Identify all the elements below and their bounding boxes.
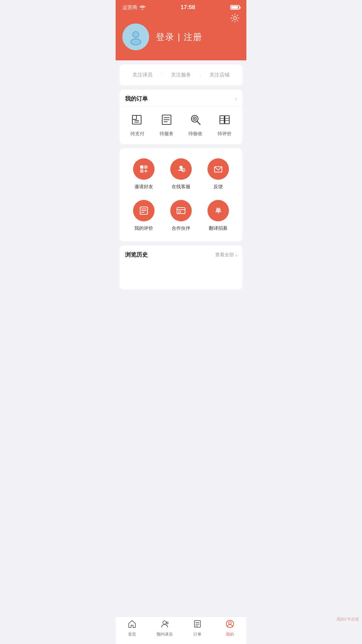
svg-point-17 <box>194 118 195 119</box>
customer-icon-circle <box>170 158 192 180</box>
follow-shop[interactable]: 关注店铺 <box>200 72 239 78</box>
view-all-button[interactable]: 查看全部 › <box>215 252 237 258</box>
header-section: 登录 | 注册 <box>116 13 246 60</box>
follow-card: 关注译员 关注服务 关注店铺 <box>120 64 242 86</box>
partner-icon-circle <box>170 200 192 221</box>
follow-translator[interactable]: 关注译员 <box>123 72 162 78</box>
orders-card: 我的订单 › 待支付 <box>120 90 242 144</box>
follow-service-label: 关注服务 <box>171 72 191 78</box>
pending-service-label: 待服务 <box>160 131 174 137</box>
follow-shop-label: 关注店铺 <box>209 72 230 78</box>
service-feedback[interactable]: 反馈 <box>200 155 237 197</box>
service-myreview[interactable]: 我的评价 <box>125 197 162 238</box>
feedback-label: 反馈 <box>214 184 223 190</box>
service-invite[interactable]: 邀请好友 <box>125 155 162 197</box>
svg-point-42 <box>229 622 231 624</box>
nav-my[interactable]: 我的 <box>214 620 247 637</box>
svg-point-35 <box>163 621 166 624</box>
svg-line-15 <box>197 121 200 124</box>
settings-icon[interactable] <box>230 13 240 25</box>
pending-acceptance-icon <box>189 114 201 127</box>
nav-book-translator-label: 预约译员 <box>157 632 173 637</box>
recruit-icon-circle: 单 <box>207 200 229 221</box>
nav-my-label: 我的 <box>226 632 234 637</box>
orders-title: 我的订单 <box>125 95 148 103</box>
nav-home[interactable]: 首页 <box>116 620 148 637</box>
carrier-label: 运营商 <box>122 4 137 11</box>
svg-rect-18 <box>220 116 224 124</box>
orders-icon <box>193 620 202 630</box>
bottom-nav: 首页 预约译员 订单 <box>116 616 246 644</box>
battery-icon <box>230 5 240 10</box>
services-card: 邀请好友 在线客服 <box>120 148 242 241</box>
user-area[interactable]: 登录 | 注册 <box>122 23 240 50</box>
svg-rect-19 <box>225 116 229 124</box>
nav-orders-label: 订单 <box>193 632 201 637</box>
svg-rect-31 <box>177 208 185 214</box>
svg-rect-24 <box>140 165 143 169</box>
browse-history-card: 浏览历史 查看全部 › <box>120 246 242 289</box>
nav-orders[interactable]: 订单 <box>181 620 214 637</box>
pending-payment-label: 待支付 <box>130 131 144 137</box>
svg-rect-33 <box>179 211 181 213</box>
service-recruit[interactable]: 单 翻译招募 <box>200 197 237 238</box>
customer-label: 在线客服 <box>172 184 190 190</box>
svg-point-0 <box>142 9 143 10</box>
follow-service[interactable]: 关注服务 <box>162 72 200 78</box>
pending-review-icon <box>219 114 231 127</box>
my-icon <box>226 620 234 630</box>
status-bar: 运营商 17:58 <box>116 0 246 13</box>
svg-rect-7 <box>132 115 136 119</box>
pending-acceptance-label: 待验收 <box>188 131 202 137</box>
svg-point-1 <box>234 17 237 20</box>
orders-arrow-icon: › <box>235 95 237 102</box>
login-register-text[interactable]: 登录 | 注册 <box>156 31 202 43</box>
follow-translator-label: 关注译员 <box>132 72 153 78</box>
nav-home-label: 首页 <box>128 632 136 637</box>
invite-label: 邀请好友 <box>134 184 153 190</box>
home-icon <box>128 620 136 630</box>
svg-rect-25 <box>144 165 147 169</box>
browse-content <box>120 263 242 289</box>
follow-section: 关注译员 关注服务 关注店铺 <box>120 64 242 86</box>
order-pending-review[interactable]: 待评价 <box>210 114 239 137</box>
pending-payment-icon <box>131 114 143 127</box>
svg-text:单: 单 <box>215 207 222 214</box>
order-pending-service[interactable]: 待服务 <box>152 114 181 137</box>
browse-header: 浏览历史 查看全部 › <box>120 246 242 263</box>
order-pending-payment[interactable]: 待支付 <box>123 114 152 137</box>
view-all-label: 查看全部 <box>215 252 234 258</box>
avatar[interactable] <box>122 23 149 50</box>
svg-rect-26 <box>140 169 143 173</box>
pending-service-icon <box>161 114 173 127</box>
nav-book-translator[interactable]: 预约译员 <box>148 620 181 637</box>
avatar-icon <box>127 29 144 45</box>
view-all-arrow: › <box>235 252 237 258</box>
orders-header[interactable]: 我的订单 › <box>120 90 242 107</box>
partner-label: 合作伙伴 <box>172 225 190 231</box>
feedback-icon-circle <box>207 158 229 180</box>
status-time: 17:58 <box>181 4 195 11</box>
services-grid: 邀请好友 在线客服 <box>120 148 242 241</box>
order-pending-acceptance[interactable]: 待验收 <box>181 114 210 137</box>
invite-icon-circle <box>133 158 155 180</box>
browse-title: 浏览历史 <box>125 251 148 259</box>
recruit-label: 翻译招募 <box>209 225 228 231</box>
service-partner[interactable]: 合作伙伴 <box>162 197 199 238</box>
myreview-icon-circle <box>133 200 155 221</box>
pending-review-label: 待评价 <box>218 131 232 137</box>
svg-point-5 <box>131 39 140 45</box>
content-area: 关注译员 关注服务 关注店铺 我的订单 › <box>116 60 246 328</box>
svg-point-4 <box>133 32 138 37</box>
book-translator-icon <box>160 620 169 630</box>
myreview-label: 我的评价 <box>134 225 153 231</box>
order-icons-row: 待支付 待服务 <box>120 107 242 144</box>
status-left: 运营商 <box>122 4 145 11</box>
wifi-icon <box>139 5 145 10</box>
service-customer[interactable]: 在线客服 <box>162 155 199 197</box>
